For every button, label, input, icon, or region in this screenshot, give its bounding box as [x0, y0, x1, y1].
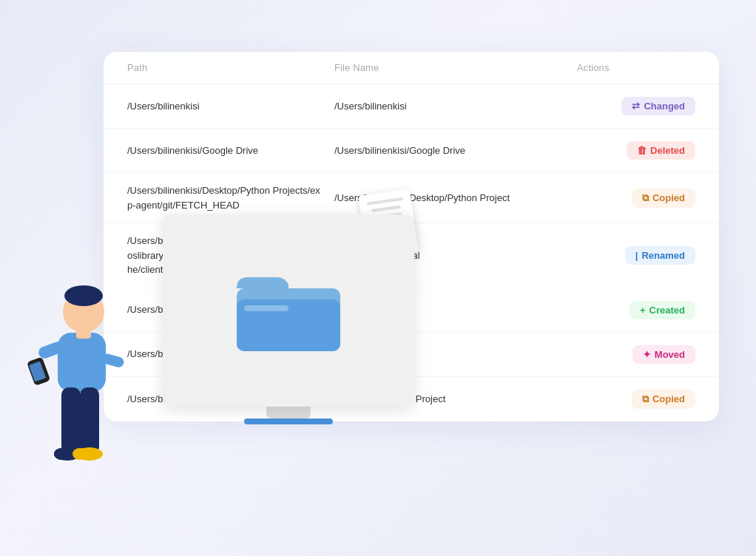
action-cell: 🗑 Deleted — [577, 141, 695, 160]
copied-icon: ⧉ — [642, 192, 649, 204]
svg-point-12 — [72, 448, 87, 460]
deleted-badge: 🗑 Deleted — [627, 141, 695, 160]
svg-rect-2 — [58, 333, 106, 392]
table-header: Path File Name Actions — [104, 52, 719, 84]
monitor-screen — [163, 214, 414, 407]
deleted-label: Deleted — [650, 145, 685, 156]
action-cell: ⇄ Changed — [577, 97, 695, 115]
created-icon: + — [640, 305, 646, 316]
paper-line — [367, 197, 404, 206]
action-cell: ⧉ Copied — [577, 189, 695, 208]
moved-label: Moved — [655, 349, 685, 360]
person-illustration — [21, 282, 124, 519]
monitor-overlay — [148, 214, 429, 451]
table-row: /Users/bilinenkisi/Google Drive /Users/b… — [104, 129, 719, 173]
folder-icon — [229, 262, 348, 359]
created-label: Created — [649, 305, 685, 316]
svg-rect-13 — [76, 328, 91, 339]
copied-badge-2: ⧉ Copied — [632, 390, 695, 409]
copied-badge: ⧉ Copied — [632, 189, 695, 208]
copied-label: Copied — [652, 192, 685, 203]
monitor-stand — [266, 407, 311, 418]
svg-point-1 — [64, 285, 103, 306]
header-filename: File Name — [334, 62, 577, 73]
moved-badge: ✦ Moved — [632, 345, 695, 364]
changed-label: Changed — [644, 101, 685, 112]
paper-line — [371, 205, 401, 212]
renamed-badge: | Renamed — [625, 246, 695, 265]
action-cell: + Created — [577, 301, 695, 319]
header-actions: Actions — [577, 62, 695, 73]
svg-rect-8 — [80, 387, 99, 454]
renamed-icon: | — [635, 250, 638, 261]
svg-point-11 — [54, 448, 69, 460]
path-cell: /Users/bilinenkisi/Google Drive — [127, 143, 334, 158]
action-cell: ✦ Moved — [577, 345, 695, 364]
copied-label-2: Copied — [652, 393, 685, 404]
svg-rect-7 — [61, 387, 81, 454]
action-cell: | Renamed — [577, 246, 695, 265]
deleted-icon: 🗑 — [637, 145, 647, 156]
monitor-base — [244, 418, 333, 424]
svg-rect-16 — [244, 305, 288, 311]
renamed-label: Renamed — [641, 250, 685, 261]
moved-icon: ✦ — [643, 349, 651, 360]
changed-badge: ⇄ Changed — [621, 97, 695, 115]
changed-icon: ⇄ — [632, 101, 640, 112]
created-badge: + Created — [630, 301, 695, 319]
path-cell: /Users/bilinenkisi/Desktop/Python Projec… — [127, 183, 334, 212]
table-row: /Users/bilinenkisi /Users/bilinenkisi ⇄ … — [104, 84, 719, 129]
action-cell: ⧉ Copied — [577, 390, 695, 409]
header-path: Path — [127, 62, 334, 73]
filename-cell: /Users/bilinenkisi/Google Drive — [334, 145, 577, 156]
filename-cell: /Users/bilinenkisi — [334, 101, 577, 112]
path-cell: /Users/bilinenkisi — [127, 99, 334, 114]
copied-icon-2: ⧉ — [642, 393, 649, 405]
